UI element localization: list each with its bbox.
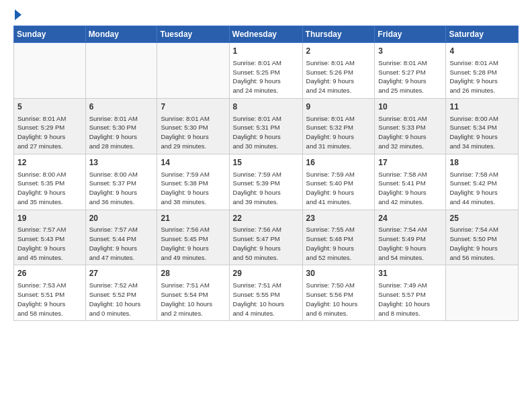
calendar-week-row: 12Sunrise: 8:00 AM Sunset: 5:35 PM Dayli… bbox=[14, 154, 519, 210]
calendar-cell: 24Sunrise: 7:54 AM Sunset: 5:49 PM Dayli… bbox=[375, 210, 446, 265]
calendar-cell: 6Sunrise: 8:01 AM Sunset: 5:30 PM Daylig… bbox=[85, 98, 157, 154]
day-number: 29 bbox=[233, 268, 299, 279]
calendar-week-row: 5Sunrise: 8:01 AM Sunset: 5:29 PM Daylig… bbox=[14, 98, 519, 154]
calendar-week-row: 19Sunrise: 7:57 AM Sunset: 5:43 PM Dayli… bbox=[14, 210, 519, 265]
day-info: Sunrise: 8:01 AM Sunset: 5:25 PM Dayligh… bbox=[233, 58, 299, 95]
day-number: 14 bbox=[161, 157, 225, 169]
day-number: 6 bbox=[89, 101, 154, 113]
day-number: 31 bbox=[378, 268, 442, 279]
calendar-cell: 4Sunrise: 8:01 AM Sunset: 5:28 PM Daylig… bbox=[446, 43, 519, 99]
calendar-cell: 22Sunrise: 7:56 AM Sunset: 5:47 PM Dayli… bbox=[229, 210, 302, 265]
calendar-cell: 30Sunrise: 7:50 AM Sunset: 5:56 PM Dayli… bbox=[302, 265, 375, 321]
weekday-header-thursday: Thursday bbox=[302, 26, 375, 43]
calendar-cell: 25Sunrise: 7:54 AM Sunset: 5:50 PM Dayli… bbox=[446, 210, 519, 265]
day-number: 4 bbox=[449, 46, 515, 57]
day-number: 12 bbox=[17, 157, 82, 169]
day-number: 11 bbox=[449, 101, 515, 113]
day-info: Sunrise: 8:01 AM Sunset: 5:29 PM Dayligh… bbox=[17, 114, 82, 151]
day-info: Sunrise: 7:49 AM Sunset: 5:57 PM Dayligh… bbox=[378, 281, 442, 318]
day-number: 17 bbox=[378, 157, 442, 169]
calendar-cell: 17Sunrise: 7:58 AM Sunset: 5:41 PM Dayli… bbox=[375, 154, 446, 210]
calendar-cell: 3Sunrise: 8:01 AM Sunset: 5:27 PM Daylig… bbox=[375, 43, 446, 99]
day-info: Sunrise: 8:01 AM Sunset: 5:27 PM Dayligh… bbox=[378, 58, 442, 95]
day-info: Sunrise: 8:00 AM Sunset: 5:37 PM Dayligh… bbox=[89, 170, 154, 207]
calendar-cell: 21Sunrise: 7:56 AM Sunset: 5:45 PM Dayli… bbox=[157, 210, 229, 265]
day-number: 9 bbox=[306, 101, 371, 113]
day-number: 24 bbox=[378, 213, 442, 224]
day-number: 1 bbox=[233, 46, 299, 57]
day-info: Sunrise: 7:52 AM Sunset: 5:52 PM Dayligh… bbox=[89, 281, 154, 318]
calendar-cell: 1Sunrise: 8:01 AM Sunset: 5:25 PM Daylig… bbox=[229, 43, 302, 99]
day-info: Sunrise: 7:59 AM Sunset: 5:40 PM Dayligh… bbox=[306, 170, 371, 207]
day-info: Sunrise: 7:58 AM Sunset: 5:41 PM Dayligh… bbox=[378, 170, 442, 207]
weekday-header-wednesday: Wednesday bbox=[229, 26, 302, 43]
day-number: 26 bbox=[17, 268, 82, 279]
logo bbox=[13, 11, 21, 20]
day-info: Sunrise: 7:59 AM Sunset: 5:39 PM Dayligh… bbox=[233, 170, 299, 207]
page: SundayMondayTuesdayWednesdayThursdayFrid… bbox=[0, 0, 532, 332]
day-number: 18 bbox=[449, 157, 515, 169]
day-number: 21 bbox=[161, 213, 225, 224]
weekday-header-tuesday: Tuesday bbox=[157, 26, 229, 43]
day-info: Sunrise: 8:01 AM Sunset: 5:26 PM Dayligh… bbox=[306, 58, 371, 95]
calendar-week-row: 1Sunrise: 8:01 AM Sunset: 5:25 PM Daylig… bbox=[14, 43, 519, 99]
calendar-cell: 18Sunrise: 7:58 AM Sunset: 5:42 PM Dayli… bbox=[446, 154, 519, 210]
day-info: Sunrise: 8:01 AM Sunset: 5:30 PM Dayligh… bbox=[161, 114, 225, 151]
day-info: Sunrise: 7:50 AM Sunset: 5:56 PM Dayligh… bbox=[306, 281, 371, 318]
day-number: 25 bbox=[449, 213, 515, 224]
day-info: Sunrise: 7:54 AM Sunset: 5:49 PM Dayligh… bbox=[378, 225, 442, 262]
calendar-cell: 10Sunrise: 8:01 AM Sunset: 5:33 PM Dayli… bbox=[375, 98, 446, 154]
calendar-cell: 12Sunrise: 8:00 AM Sunset: 5:35 PM Dayli… bbox=[14, 154, 86, 210]
calendar-cell: 2Sunrise: 8:01 AM Sunset: 5:26 PM Daylig… bbox=[302, 43, 375, 99]
calendar-cell: 23Sunrise: 7:55 AM Sunset: 5:48 PM Dayli… bbox=[302, 210, 375, 265]
calendar-cell: 5Sunrise: 8:01 AM Sunset: 5:29 PM Daylig… bbox=[14, 98, 86, 154]
calendar-cell: 19Sunrise: 7:57 AM Sunset: 5:43 PM Dayli… bbox=[14, 210, 86, 265]
day-number: 23 bbox=[306, 213, 371, 224]
calendar-cell: 20Sunrise: 7:57 AM Sunset: 5:44 PM Dayli… bbox=[85, 210, 157, 265]
day-number: 22 bbox=[233, 213, 299, 224]
calendar-cell bbox=[157, 43, 229, 99]
day-number: 13 bbox=[89, 157, 154, 169]
weekday-header-monday: Monday bbox=[85, 26, 157, 43]
weekday-header-friday: Friday bbox=[375, 26, 446, 43]
day-number: 8 bbox=[233, 101, 299, 113]
logo-arrow-icon bbox=[15, 9, 21, 20]
day-number: 2 bbox=[306, 46, 371, 57]
day-number: 3 bbox=[378, 46, 442, 57]
day-info: Sunrise: 7:58 AM Sunset: 5:42 PM Dayligh… bbox=[449, 170, 515, 207]
calendar-cell: 26Sunrise: 7:53 AM Sunset: 5:51 PM Dayli… bbox=[14, 265, 86, 321]
day-info: Sunrise: 7:56 AM Sunset: 5:47 PM Dayligh… bbox=[233, 225, 299, 262]
weekday-header-row: SundayMondayTuesdayWednesdayThursdayFrid… bbox=[14, 26, 519, 43]
calendar-cell: 9Sunrise: 8:01 AM Sunset: 5:32 PM Daylig… bbox=[302, 98, 375, 154]
day-info: Sunrise: 8:01 AM Sunset: 5:33 PM Dayligh… bbox=[378, 114, 442, 151]
day-info: Sunrise: 8:01 AM Sunset: 5:31 PM Dayligh… bbox=[233, 114, 299, 151]
day-number: 27 bbox=[89, 268, 154, 279]
day-number: 7 bbox=[161, 101, 225, 113]
calendar-week-row: 26Sunrise: 7:53 AM Sunset: 5:51 PM Dayli… bbox=[14, 265, 519, 321]
day-number: 30 bbox=[306, 268, 371, 279]
day-number: 15 bbox=[233, 157, 299, 169]
calendar-cell: 8Sunrise: 8:01 AM Sunset: 5:31 PM Daylig… bbox=[229, 98, 302, 154]
day-info: Sunrise: 8:01 AM Sunset: 5:32 PM Dayligh… bbox=[306, 114, 371, 151]
calendar-cell bbox=[85, 43, 157, 99]
day-info: Sunrise: 7:59 AM Sunset: 5:38 PM Dayligh… bbox=[161, 170, 225, 207]
day-info: Sunrise: 7:56 AM Sunset: 5:45 PM Dayligh… bbox=[161, 225, 225, 262]
day-info: Sunrise: 7:57 AM Sunset: 5:44 PM Dayligh… bbox=[89, 225, 154, 262]
day-info: Sunrise: 7:51 AM Sunset: 5:54 PM Dayligh… bbox=[161, 281, 225, 318]
weekday-header-sunday: Sunday bbox=[14, 26, 86, 43]
calendar-cell: 15Sunrise: 7:59 AM Sunset: 5:39 PM Dayli… bbox=[229, 154, 302, 210]
day-number: 16 bbox=[306, 157, 371, 169]
day-info: Sunrise: 7:54 AM Sunset: 5:50 PM Dayligh… bbox=[449, 225, 515, 262]
calendar-cell: 7Sunrise: 8:01 AM Sunset: 5:30 PM Daylig… bbox=[157, 98, 229, 154]
calendar-cell: 27Sunrise: 7:52 AM Sunset: 5:52 PM Dayli… bbox=[85, 265, 157, 321]
day-info: Sunrise: 7:55 AM Sunset: 5:48 PM Dayligh… bbox=[306, 225, 371, 262]
day-number: 19 bbox=[17, 213, 82, 224]
calendar-cell: 28Sunrise: 7:51 AM Sunset: 5:54 PM Dayli… bbox=[157, 265, 229, 321]
calendar-cell: 14Sunrise: 7:59 AM Sunset: 5:38 PM Dayli… bbox=[157, 154, 229, 210]
day-number: 5 bbox=[17, 101, 82, 113]
calendar-cell: 29Sunrise: 7:51 AM Sunset: 5:55 PM Dayli… bbox=[229, 265, 302, 321]
day-info: Sunrise: 8:00 AM Sunset: 5:35 PM Dayligh… bbox=[17, 170, 82, 207]
header bbox=[13, 11, 519, 20]
weekday-header-saturday: Saturday bbox=[446, 26, 519, 43]
day-info: Sunrise: 7:57 AM Sunset: 5:43 PM Dayligh… bbox=[17, 225, 82, 262]
